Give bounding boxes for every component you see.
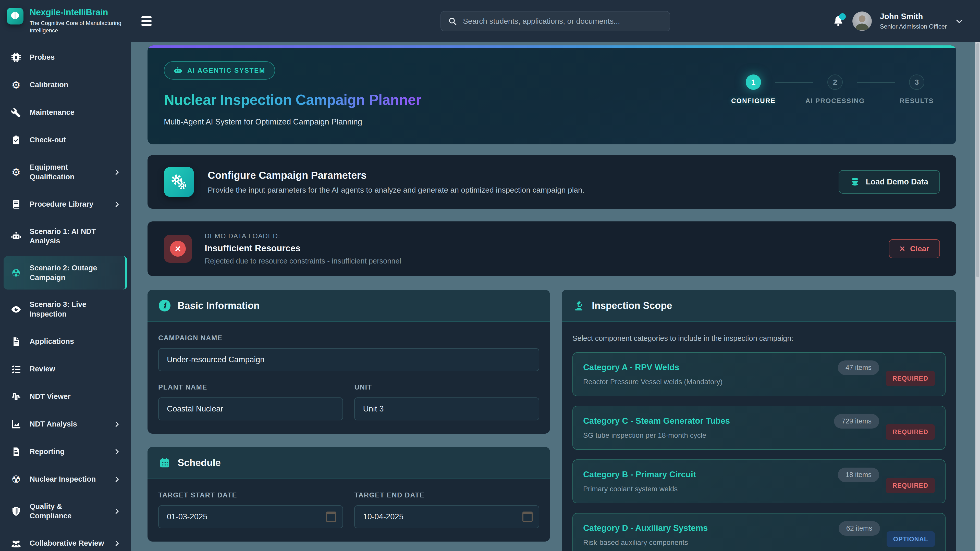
date-picker-icon[interactable]: [522, 512, 533, 522]
notifications-bell-icon[interactable]: [832, 15, 844, 27]
chevron-down-icon[interactable]: [955, 17, 964, 25]
sidebar-item-quality-compliance[interactable]: Quality & Compliance: [3, 495, 127, 528]
sidebar-item-reporting[interactable]: Reporting: [3, 440, 127, 464]
plant-name-label: PLANT NAME: [158, 383, 343, 391]
chevron-right-icon: [113, 540, 121, 547]
items-count-pill: 47 items: [838, 360, 879, 375]
step-number: 3: [909, 75, 924, 90]
brand-tagline: The Cognitive Core of Manufacturing Inte…: [30, 19, 124, 35]
unit-label: UNIT: [354, 383, 539, 391]
sidebar-item-collaborative-review[interactable]: Collaborative Review: [3, 531, 127, 551]
sidebar-item-check-out[interactable]: Check-out: [3, 128, 127, 152]
eye-icon: [10, 304, 22, 314]
category-badge: REQUIRED: [886, 371, 935, 386]
main-content: AI AGENTIC SYSTEM Nuclear Inspection Cam…: [130, 42, 980, 551]
radiation-icon: ☢: [10, 268, 22, 278]
campaign-name-input[interactable]: [158, 348, 539, 371]
gear-icon: ⚙: [10, 167, 22, 177]
sidebar-item-maintenance[interactable]: Maintenance: [3, 100, 127, 125]
sidebar-item-scenario-2-outage-campaign[interactable]: ☢Scenario 2: Outage Campaign: [3, 256, 127, 289]
shield-icon: [10, 506, 22, 516]
sidebar-item-label: Reporting: [30, 447, 106, 457]
workspace: AI AGENTIC SYSTEM Nuclear Inspection Cam…: [130, 42, 980, 551]
sidebar-item-label: Review: [30, 364, 121, 374]
hamburger-menu-icon[interactable]: [142, 16, 151, 26]
scrollbar-thumb[interactable]: [976, 43, 979, 277]
chevron-right-icon: [113, 168, 121, 176]
chip-icon: [10, 52, 22, 62]
load-demo-data-button[interactable]: Load Demo Data: [838, 170, 940, 194]
start-date-input[interactable]: [158, 505, 343, 528]
sidebar-item-scenario-3-live-inspection[interactable]: Scenario 3: Live Inspection: [3, 292, 127, 326]
unit-input[interactable]: [354, 397, 539, 421]
clear-button[interactable]: Clear: [889, 239, 940, 258]
sidebar-item-label: Calibration: [30, 80, 121, 90]
book-icon: [10, 199, 22, 210]
gear-icon: ⚙: [10, 80, 22, 90]
sidebar-item-label: Probes: [30, 52, 121, 62]
vertical-scrollbar[interactable]: [975, 42, 980, 551]
user-role: Senior Admission Officer: [880, 23, 947, 30]
date-picker-icon[interactable]: [326, 512, 336, 522]
sidebar-item-nuclear-inspection[interactable]: ☢Nuclear Inspection: [3, 467, 127, 492]
file-icon: [10, 337, 22, 347]
end-date-input[interactable]: [354, 505, 539, 528]
sidebar-item-review[interactable]: Review: [3, 357, 127, 381]
category-card[interactable]: Category C - Steam Generator TubesSG tub…: [573, 406, 945, 450]
category-name: Category B - Primary Circuit: [583, 470, 696, 479]
user-name: John Smith: [880, 12, 947, 21]
wrench-icon: [10, 107, 22, 118]
banner-description: Rejected due to resource constraints - i…: [205, 257, 401, 265]
sidebar-item-calibration[interactable]: ⚙Calibration: [3, 73, 127, 97]
notification-dot: [839, 13, 846, 20]
category-description: SG tube inspection per 18-month cycle: [583, 431, 730, 440]
sidebar-item-equipment-qualification[interactable]: ⚙Equipment Qualification: [3, 156, 127, 189]
sidebar-item-scenario-1-ai-ndt-analysis[interactable]: Scenario 1: AI NDT Analysis: [3, 220, 127, 253]
sidebar-item-ndt-analysis[interactable]: NDT Analysis: [3, 412, 127, 437]
brand-block: Nexgile-IntelliBrain The Cognitive Core …: [0, 0, 130, 40]
category-list: Category A - RPV WeldsReactor Pressure V…: [573, 352, 945, 551]
robot-icon: [173, 66, 182, 75]
category-description: Risk-based auxiliary components: [583, 538, 708, 547]
error-icon: [164, 235, 192, 263]
items-count-pill: 18 items: [838, 468, 879, 482]
sidebar-item-label: NDT Analysis: [30, 419, 106, 429]
sidebar-item-applications[interactable]: Applications: [3, 329, 127, 354]
demo-data-banner: DEMO DATA LOADED: Insufficient Resources…: [148, 221, 956, 276]
search-input[interactable]: [463, 17, 662, 26]
step-label: RESULTS: [900, 97, 934, 105]
sidebar-item-label: Collaborative Review: [30, 538, 106, 548]
sidebar-item-label: Scenario 1: AI NDT Analysis: [30, 227, 121, 246]
user-avatar[interactable]: [853, 11, 872, 31]
scope-intro: Select component categories to include i…: [573, 334, 945, 343]
plant-name-input[interactable]: [158, 397, 343, 421]
sidebar-item-label: Equipment Qualification: [30, 162, 106, 182]
category-name: Category C - Steam Generator Tubes: [583, 416, 730, 426]
configure-section: Configure Campaign Parameters Provide th…: [148, 155, 956, 209]
category-card[interactable]: Category A - RPV WeldsReactor Pressure V…: [573, 352, 945, 396]
close-icon: [900, 244, 905, 253]
category-card[interactable]: Category B - Primary CircuitPrimary cool…: [573, 459, 945, 503]
category-card[interactable]: Category D - Auxiliary SystemsRisk-based…: [573, 513, 945, 551]
brand-name: Nexgile-IntelliBrain: [30, 8, 124, 17]
sidebar-item-label: Scenario 3: Live Inspection: [30, 300, 121, 319]
search-icon: [448, 17, 457, 25]
sidebar-item-label: Scenario 2: Outage Campaign: [30, 263, 119, 283]
global-search[interactable]: [441, 11, 670, 32]
users-icon: [10, 538, 22, 548]
category-description: Reactor Pressure Vessel welds (Mandatory…: [583, 378, 722, 386]
chevron-right-icon: [113, 448, 121, 455]
step-results: 3RESULTS: [895, 75, 939, 105]
step-label: AI PROCESSING: [805, 97, 865, 105]
sidebar-item-probes[interactable]: Probes: [3, 45, 127, 70]
sidebar-item-procedure-library[interactable]: Procedure Library: [3, 192, 127, 217]
page-title: Nuclear Inspection Campaign Planner: [164, 91, 422, 108]
sidebar-item-ndt-viewer[interactable]: NDT Viewer: [3, 384, 127, 409]
brain-icon: [6, 8, 24, 24]
right-column: John Smith Senior Admission Officer AI A…: [130, 0, 980, 551]
chevron-right-icon: [113, 201, 121, 208]
user-info[interactable]: John Smith Senior Admission Officer: [880, 12, 947, 30]
chart-icon: [10, 419, 22, 429]
ai-agentic-badge: AI AGENTIC SYSTEM: [164, 61, 275, 79]
step-number: 2: [827, 75, 843, 90]
